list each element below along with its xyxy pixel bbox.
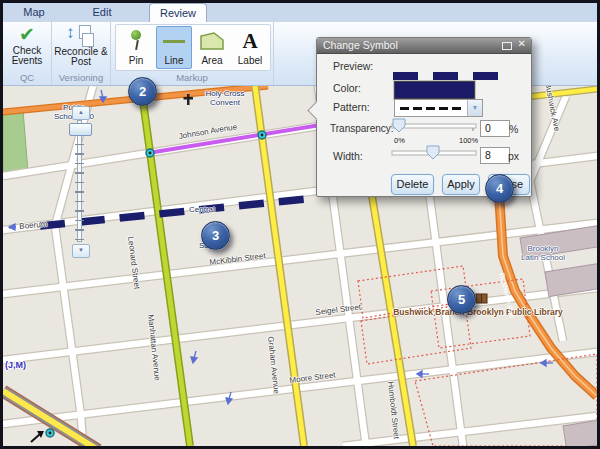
group-label-versioning: Versioning: [54, 72, 108, 85]
label-central: Central: [189, 206, 215, 215]
tab-map[interactable]: Map: [9, 3, 59, 22]
delete-button[interactable]: Delete: [391, 174, 434, 195]
apply-button[interactable]: Apply: [442, 174, 480, 195]
zoom-control: ▲ ▼: [69, 106, 91, 258]
label-subway-jm: (J,M): [5, 360, 26, 370]
callout-badge-4: 4: [485, 174, 514, 203]
ribbon-tab-row: Map Edit Review: [3, 3, 597, 22]
app-frame: Map Edit Review ✔ Check Events QC ↕: [3, 3, 597, 446]
letter-a-icon: A: [242, 30, 257, 52]
chevron-down-icon[interactable]: ▼: [467, 100, 482, 116]
reconcile-post-label: Reconcile & Post: [54, 47, 108, 67]
maximize-icon[interactable]: [502, 42, 512, 50]
color-label: Color:: [333, 82, 361, 94]
zoom-handle[interactable]: [69, 123, 92, 136]
close-icon[interactable]: ✕: [518, 38, 526, 49]
callout-badge-2: 2: [128, 77, 157, 106]
dialog-title: Change Symbol: [323, 39, 398, 51]
park-area: [3, 110, 28, 176]
tool-label-label: Label: [238, 55, 262, 68]
pattern-dropdown[interactable]: ▼: [394, 99, 483, 117]
label-bushwick-library: Bushwick Branch Brooklyn Public Library: [388, 307, 568, 317]
callout-badge-5: 5: [447, 285, 476, 314]
transparency-label: Transparency:: [330, 123, 394, 134]
ribbon-group-markup: Pin Line Area A Label: [111, 22, 274, 85]
callout-badge-3: 3: [201, 221, 230, 250]
pushpin-icon: [129, 29, 143, 53]
tool-area[interactable]: Area: [194, 26, 230, 69]
tool-label[interactable]: A Label: [232, 26, 268, 69]
polygon-icon: [200, 27, 224, 55]
library-book-icon: [476, 294, 487, 303]
tool-area-label: Area: [201, 55, 222, 68]
reconcile-post-button[interactable]: ↕ Reconcile & Post: [54, 23, 108, 72]
check-events-label: Check Events: [5, 46, 49, 66]
pattern-preview: [395, 100, 467, 116]
check-events-button[interactable]: ✔ Check Events: [5, 23, 49, 72]
width-slider[interactable]: [389, 143, 481, 163]
dialog-titlebar[interactable]: Change Symbol ✕: [317, 38, 531, 54]
tool-line[interactable]: Line: [156, 26, 192, 69]
tool-pin[interactable]: Pin: [118, 26, 154, 69]
preview-label: Preview:: [333, 60, 373, 72]
color-swatch[interactable]: [394, 81, 475, 99]
transparency-slider[interactable]: [389, 116, 481, 136]
ribbon-group-versioning: ↕ Reconcile & Post Versioning: [52, 22, 111, 85]
ribbon-group-qc: ✔ Check Events QC: [3, 22, 52, 85]
reconcile-icon: ↕: [66, 25, 96, 46]
markup-tool-panel: Pin Line Area A Label: [115, 24, 271, 71]
tab-edit[interactable]: Edit: [77, 3, 127, 22]
check-icon: ✔: [19, 25, 35, 45]
width-thumb[interactable]: [427, 146, 439, 159]
width-input[interactable]: 8: [480, 147, 510, 164]
zoom-in-button[interactable]: ▲: [72, 106, 90, 120]
tab-review[interactable]: Review: [149, 3, 207, 22]
label-brooklyn-latin: Brooklyn Latin School: [519, 244, 567, 262]
transparency-thumb[interactable]: [393, 119, 405, 132]
tool-line-label: Line: [165, 55, 184, 68]
zoom-out-button[interactable]: ▼: [72, 244, 90, 258]
pattern-label: Pattern:: [333, 101, 370, 113]
subway-arrow: [31, 431, 44, 442]
label-holy-cross: Holy Cross Convent: [199, 90, 251, 107]
zoom-ticks: [75, 136, 84, 240]
tool-pin-label: Pin: [129, 55, 143, 68]
width-label: Width:: [333, 150, 363, 162]
group-label-qc: QC: [5, 72, 49, 85]
change-symbol-dialog: Change Symbol ✕ Preview: Color: Pattern:…: [316, 37, 532, 197]
app-window: Map Edit Review ✔ Check Events QC ↕: [0, 0, 600, 449]
transparency-input[interactable]: 0: [480, 120, 510, 137]
transparency-unit: %: [509, 123, 518, 135]
width-unit: px: [508, 150, 519, 162]
line-icon: [163, 40, 185, 43]
